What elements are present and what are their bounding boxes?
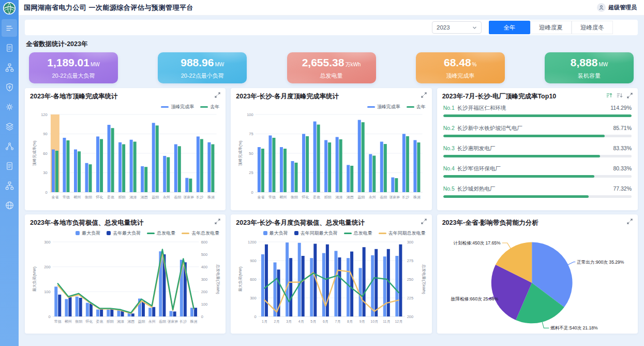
stat-unit: MW bbox=[215, 62, 224, 67]
svg-text:顶峰完成率(%): 顶峰完成率(%) bbox=[32, 140, 37, 167]
document-icon bbox=[5, 43, 14, 53]
panel-header-icons bbox=[215, 219, 220, 224]
legend-swatch bbox=[294, 231, 298, 235]
stat-unit: 万kWh bbox=[345, 62, 361, 67]
sidebar-item-gear[interactable] bbox=[2, 98, 17, 116]
legend-item: 去年 bbox=[407, 104, 426, 110]
panel-header: 2023年-各地市负荷极值、总发电量统计 bbox=[30, 219, 220, 229]
svg-text:100: 100 bbox=[247, 112, 253, 117]
app-title: 国网湖南省电力公司 一次能源综合评估与预测管理平台 bbox=[24, 3, 193, 12]
svg-text:娄底: 娄底 bbox=[107, 195, 114, 199]
svg-text:总发电量(万kWh): 总发电量(万kWh) bbox=[422, 264, 426, 294]
legend-swatch bbox=[263, 231, 267, 235]
top10-percent: 114.29% bbox=[610, 105, 632, 111]
expand-button[interactable] bbox=[421, 219, 427, 224]
layers-icon bbox=[5, 122, 14, 132]
chart-canvas: 01002003000100200300400500600最大负荷(MW)总发电… bbox=[30, 238, 220, 325]
svg-text:永州: 永州 bbox=[369, 195, 376, 199]
svg-text:株洲: 株洲 bbox=[190, 320, 198, 324]
org-chart-icon bbox=[5, 63, 14, 73]
svg-text:衡阳: 衡阳 bbox=[291, 195, 298, 199]
legend-label: 去年同期总发电量 bbox=[388, 230, 426, 237]
svg-text:湘西: 湘西 bbox=[347, 195, 354, 199]
panel-5: 2023年-长沙-各月度负荷极值、总发电量统计最大负荷去年同期最大负荷总发电量去… bbox=[231, 214, 431, 334]
period-button-全年[interactable]: 全年 bbox=[489, 21, 530, 34]
expand-button[interactable] bbox=[215, 219, 220, 224]
sidebar-item-org-chart[interactable] bbox=[2, 59, 17, 76]
expand-button[interactable] bbox=[627, 93, 633, 98]
top10-progress-track bbox=[443, 195, 632, 198]
panel-header: 2023年-全省-影响带负荷能力分析 bbox=[442, 219, 633, 229]
year-select[interactable]: 2023 bbox=[432, 21, 482, 34]
sidebar-item-org-chart[interactable] bbox=[2, 177, 17, 194]
panel-1: 2023年-各地市顶峰完成率统计顶峰完成率去年0306090120顶峰完成率(%… bbox=[25, 88, 226, 210]
legend-item: 去年总发电量 bbox=[182, 230, 219, 237]
expand-button[interactable] bbox=[421, 92, 427, 98]
svg-text:湘西: 湘西 bbox=[127, 320, 134, 324]
expand-button[interactable] bbox=[627, 219, 633, 224]
svg-text:郴州: 郴州 bbox=[280, 195, 287, 199]
svg-text:300: 300 bbox=[407, 240, 414, 244]
sidebar-item-document[interactable] bbox=[2, 39, 17, 56]
legend-label: 最大负荷 bbox=[82, 230, 100, 237]
legend-label: 最大负荷 bbox=[269, 230, 288, 237]
legend-label: 顶峰完成率 bbox=[377, 104, 400, 110]
panel-6: 2023年-全省-影响带负荷能力分析正常出力:900次 35.29%燃料不足:5… bbox=[437, 214, 638, 334]
panel-header: 2023年-长沙-各月度负荷极值、总发电量统计 bbox=[236, 219, 426, 229]
svg-text:最大负荷(MW): 最大负荷(MW) bbox=[238, 266, 243, 292]
panel-header: 2023年-长沙-各月度顶峰完成率统计 bbox=[236, 92, 426, 103]
svg-text:益阳: 益阳 bbox=[152, 195, 159, 199]
svg-text:300: 300 bbox=[250, 296, 257, 300]
svg-text:11月: 11月 bbox=[383, 320, 390, 324]
svg-text:衡阳: 衡阳 bbox=[75, 320, 82, 324]
sidebar-item-layers[interactable] bbox=[2, 118, 17, 135]
top10-rank: No.1 bbox=[443, 105, 455, 111]
svg-text:常德: 常德 bbox=[268, 195, 276, 199]
stat-unit: MW bbox=[91, 62, 100, 67]
chart-canvas: 0255075100顶峰完成率(%)全省常德郴州衡阳怀化娄底邵阳湘潭湘西益阳永州… bbox=[236, 111, 426, 200]
sort-asc-button[interactable] bbox=[606, 92, 612, 98]
document-icon bbox=[5, 161, 14, 171]
gear-icon bbox=[5, 102, 14, 112]
svg-text:故障检修:660次 25.88%: 故障检修:660次 25.88% bbox=[450, 296, 498, 301]
stat-card-1: 988.96MW20-22点最小负荷 bbox=[158, 52, 247, 83]
user-menu[interactable]: 超级管理员 bbox=[597, 3, 637, 12]
sort-desc-button[interactable] bbox=[617, 92, 623, 98]
sidebar-item-menu[interactable] bbox=[2, 19, 17, 37]
period-button-迎峰度夏[interactable]: 迎峰度夏 bbox=[530, 21, 572, 34]
top10-plant-name: 长沙开福区仁和环境 bbox=[457, 105, 610, 112]
panel-4: 2023年-各地市负荷极值、总发电量统计最大负荷去年最大负荷总发电量去年总发电量… bbox=[25, 214, 226, 334]
svg-text:岳阳: 岳阳 bbox=[380, 195, 387, 199]
svg-text:全省: 全省 bbox=[258, 195, 265, 199]
top10-row-line: No.2长沙新中水铁炉坡沼气电厂85.71% bbox=[443, 125, 632, 132]
legend-swatch bbox=[76, 231, 80, 235]
svg-text:10月: 10月 bbox=[371, 320, 379, 324]
period-button-迎峰度冬[interactable]: 迎峰度冬 bbox=[572, 21, 613, 34]
sidebar-item-document[interactable] bbox=[2, 157, 17, 175]
svg-text:邵阳: 邵阳 bbox=[118, 195, 126, 199]
svg-text:湘潭: 湘潭 bbox=[129, 195, 137, 199]
expand-button[interactable] bbox=[215, 92, 220, 98]
year-value: 2023 bbox=[437, 24, 450, 31]
top10-row-line: No.3长沙惠明发电厂83.33% bbox=[443, 145, 632, 152]
sidebar-item-shield-key[interactable] bbox=[2, 78, 17, 96]
sidebar-item-globe[interactable] bbox=[2, 196, 17, 214]
app-logo bbox=[2, 1, 17, 16]
chart-legend: 最大负荷去年同期最大负荷总发电量去年同期总发电量 bbox=[236, 229, 425, 237]
legend-item: 顶峰完成率 bbox=[367, 104, 400, 110]
top10-row-line: No.5长沙城郊热电厂77.32% bbox=[443, 185, 632, 193]
svg-text:常德: 常德 bbox=[63, 195, 70, 199]
panel-title: 2023年-长沙-各月度负荷极值、总发电量统计 bbox=[236, 219, 365, 227]
svg-text:全省: 全省 bbox=[51, 195, 58, 199]
sidebar-item-share-nodes[interactable] bbox=[2, 137, 17, 155]
top10-rank: No.2 bbox=[443, 125, 455, 131]
top10-row: No.2长沙新中水铁炉坡沼气电厂85.71% bbox=[443, 125, 632, 137]
stat-value: 988.96MW bbox=[181, 56, 224, 71]
top10-plant-name: 长沙惠明发电厂 bbox=[457, 145, 613, 152]
svg-text:8月: 8月 bbox=[347, 320, 353, 324]
svg-text:最大负荷(MW): 最大负荷(MW) bbox=[32, 266, 37, 292]
main-area: 国网湖南省电力公司 一次能源综合评估与预测管理平台 超级管理员 2023 全年迎… bbox=[19, 0, 644, 346]
panel-3: 2023年-7月-长沙-电厂顶峰完成率Top10No.1长沙开福区仁和环境114… bbox=[437, 88, 638, 210]
expand-icon bbox=[215, 219, 220, 224]
svg-text:衡阳: 衡阳 bbox=[85, 195, 92, 199]
